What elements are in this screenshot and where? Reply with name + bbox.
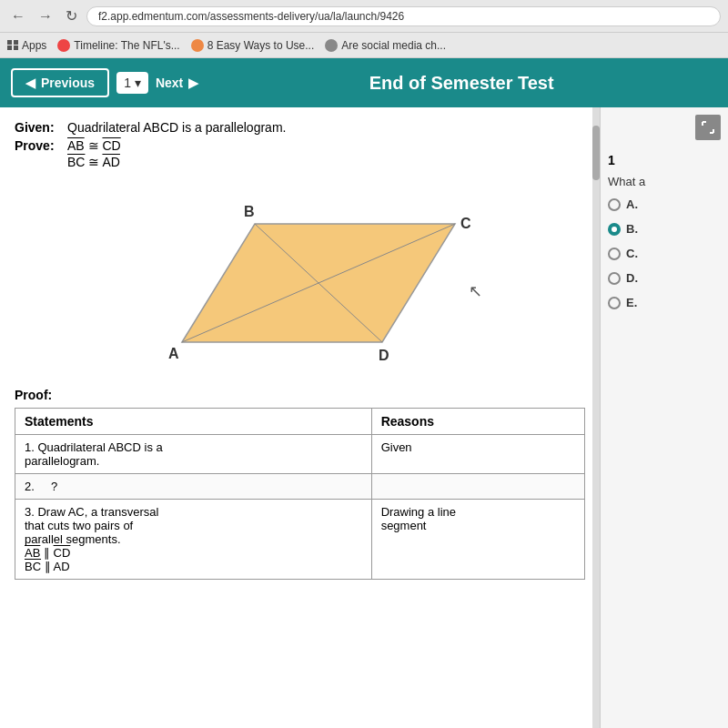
bookmark-social[interactable]: Are social media ch... <box>325 39 446 52</box>
radio-b-inner <box>612 227 617 232</box>
previous-button[interactable]: ◀ Previous <box>11 68 109 97</box>
option-a[interactable]: A. <box>608 197 721 211</box>
question-number-selector[interactable]: 1 ▾ <box>116 72 148 94</box>
right-question-text: What a <box>608 175 721 188</box>
test-title: End of Semester Test <box>206 73 717 94</box>
option-a-label: A. <box>626 197 638 211</box>
radio-a[interactable] <box>608 198 621 211</box>
address-bar[interactable]: f2.app.edmentum.com/assessments-delivery… <box>86 6 721 26</box>
congruent-2: ≅ <box>88 155 102 169</box>
bookmarks-bar: Apps Timeline: The NFL's... 8 Easy Ways … <box>0 33 728 58</box>
right-panel-content: 1 What a A. B. C. D. <box>608 153 721 309</box>
current-question-number: 1 <box>124 76 131 90</box>
expand-button[interactable] <box>695 115 721 140</box>
vertex-b-label: B <box>244 204 255 219</box>
statements-header: Statements <box>15 409 372 435</box>
ad-segment: AD <box>102 155 119 169</box>
reasons-header: Reasons <box>371 409 584 435</box>
bookmark-8ways[interactable]: 8 Easy Ways to Use... <box>191 39 315 52</box>
bookmark-social-label: Are social media ch... <box>341 39 446 52</box>
prove-line2: BC ≅ AD <box>67 155 121 169</box>
right-panel: 1 What a A. B. C. D. <box>601 107 728 728</box>
vertex-d-label: D <box>379 348 389 363</box>
diagram-area: B C A D ↖ <box>109 178 491 379</box>
bookmark-nfl[interactable]: Timeline: The NFL's... <box>57 39 179 52</box>
table-row: 3. Draw AC, a transversal that cuts two … <box>15 500 585 580</box>
prove-label: Prove: <box>15 138 60 153</box>
proof-table: Statements Reasons 1. Quadrilateral ABCD… <box>15 408 585 580</box>
scrollbar-thumb[interactable] <box>592 126 600 180</box>
bookmark-apps-label: Apps <box>22 39 46 52</box>
right-question-number: 1 <box>608 153 721 167</box>
radio-c[interactable] <box>608 248 621 260</box>
cursor-arrow: ↖ <box>469 282 482 300</box>
radio-e[interactable] <box>608 297 621 309</box>
next-button[interactable]: Next ▶ <box>156 76 198 90</box>
table-row: 1. Quadrilateral ABCD is aparallelogram.… <box>15 435 585 474</box>
cd-segment: CD <box>102 138 120 153</box>
next-label: Next <box>156 76 183 90</box>
given-text: Quadrilateral ABCD is a parallelogram. <box>67 120 286 135</box>
bookmark-nfl-label: Timeline: The NFL's... <box>74 39 179 52</box>
reason-3: Drawing a linesegment <box>371 500 584 580</box>
parallelogram-diagram: B C A D ↖ <box>109 178 491 379</box>
option-c-label: C. <box>626 247 638 260</box>
vertex-a-label: A <box>168 346 179 361</box>
scrollbar[interactable] <box>592 107 600 728</box>
expand-icon <box>702 121 714 134</box>
left-panel: Given: Quadrilateral ABCD is a parallelo… <box>0 107 601 728</box>
reason-1: Given <box>371 435 584 474</box>
option-b[interactable]: B. <box>608 222 721 236</box>
prev-icon: ◀ <box>25 76 35 90</box>
bc-segment: BC <box>67 155 85 169</box>
option-e-label: E. <box>626 296 637 309</box>
table-row: 2. ? <box>15 474 585 500</box>
vertex-c-label: C <box>460 216 471 231</box>
bookmark-8ways-label: 8 Easy Ways to Use... <box>207 39 315 52</box>
bookmark-apps[interactable]: Apps <box>7 39 46 52</box>
statement-3: 3. Draw AC, a transversal that cuts two … <box>15 500 372 580</box>
given-label: Given: <box>15 120 60 135</box>
forward-button[interactable]: → <box>35 6 56 26</box>
radio-d[interactable] <box>608 272 621 285</box>
reason-2 <box>371 474 584 500</box>
next-icon: ▶ <box>188 76 198 90</box>
prove-content: AB ≅ CD BC ≅ AD <box>67 138 121 169</box>
proof-label: Proof: <box>15 388 585 402</box>
radio-b[interactable] <box>608 223 621 236</box>
back-button[interactable]: ← <box>7 6 29 26</box>
prove-line1: AB ≅ CD <box>67 138 121 153</box>
prev-label: Previous <box>41 76 95 90</box>
statement-2: 2. ? <box>15 474 372 500</box>
statement-1: 1. Quadrilateral ABCD is aparallelogram. <box>15 435 372 474</box>
congruent-1: ≅ <box>88 138 103 153</box>
option-d[interactable]: D. <box>608 271 721 285</box>
given-section: Given: Quadrilateral ABCD is a parallelo… <box>15 120 585 169</box>
ab-segment: AB <box>67 138 85 153</box>
dropdown-icon: ▾ <box>135 76 141 90</box>
browser-chrome: ← → ↻ f2.app.edmentum.com/assessments-de… <box>0 0 728 33</box>
option-d-label: D. <box>626 271 638 285</box>
option-c[interactable]: C. <box>608 247 721 260</box>
main-content: Given: Quadrilateral ABCD is a parallelo… <box>0 107 728 728</box>
option-b-label: B. <box>626 222 638 236</box>
app-nav-bar: ◀ Previous 1 ▾ Next ▶ End of Semester Te… <box>0 58 728 107</box>
refresh-button[interactable]: ↻ <box>62 5 81 26</box>
option-e[interactable]: E. <box>608 296 721 309</box>
